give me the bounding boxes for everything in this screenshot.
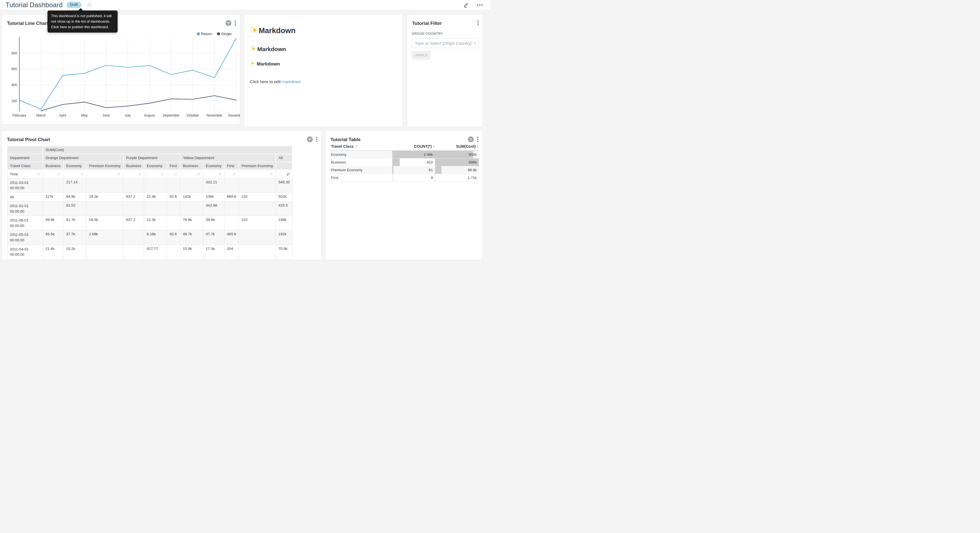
- table-row[interactable]: Premium Economy6199.8k: [329, 166, 479, 174]
- line-chart-panel: Tutorial Line Chart ReturnSingle 2004006…: [2, 14, 240, 124]
- legend-item-return[interactable]: Return: [197, 32, 212, 36]
- table-row[interactable]: First91.71k: [329, 174, 479, 182]
- pivot-value-cell: 217.14: [64, 178, 86, 193]
- origin-country-label: ORIGIN COUNTRY: [412, 32, 443, 36]
- markdown-heading-2: Markdown: [250, 45, 398, 53]
- sparkles-icon: [250, 26, 259, 36]
- cell-bar: [392, 158, 400, 166]
- origin-country-select[interactable]: Type or Select [Origin Country]: [412, 38, 479, 48]
- pivot-value-cell: 142k: [180, 193, 203, 202]
- pivot-row: 2011-02-01 00:00:0081.52343.98425.5: [7, 202, 292, 216]
- pivot-header-cell: Premium Economy: [86, 162, 123, 170]
- pivot-value-cell: [86, 202, 123, 216]
- pivot-value-cell: 49.7k: [180, 230, 203, 245]
- pivot-value-cell: 41.7k: [64, 216, 86, 230]
- table-panel-title: Tutorial Table: [331, 137, 361, 142]
- cell-bar: [392, 174, 393, 182]
- pivot-value-cell: 19.2k: [86, 193, 123, 202]
- sort-carets-icon: [433, 145, 435, 148]
- sort-icon[interactable]: [37, 172, 40, 176]
- sort-icon[interactable]: [174, 172, 178, 176]
- cross-filter-badge-icon[interactable]: [226, 20, 231, 26]
- legend-item-single[interactable]: Single: [217, 32, 232, 36]
- pivot-header-cell: First: [167, 162, 180, 170]
- sort-icon[interactable]: [232, 172, 236, 176]
- cross-filter-badge-icon[interactable]: [307, 136, 313, 142]
- sort-icon[interactable]: [218, 172, 222, 176]
- pivot-value-cell: 12.3k: [144, 216, 167, 230]
- table-row[interactable]: Economy2.46k602k: [329, 151, 479, 158]
- column-header-count[interactable]: COUNT(*): [392, 144, 435, 148]
- pivot-value-cell: 8.16k: [144, 230, 167, 245]
- sum-cost-cell: 696k: [435, 158, 479, 166]
- kebab-menu-icon[interactable]: [477, 20, 479, 26]
- travel-class-cell: Premium Economy: [329, 166, 392, 174]
- pivot-value-cell: [239, 202, 276, 216]
- legend-dot: [217, 32, 220, 35]
- markdown-panel[interactable]: Markdown Markdown Markdown Click here to…: [244, 14, 403, 127]
- pivot-header-cell: First: [224, 162, 239, 170]
- x-axis-tick-label: May: [81, 113, 88, 117]
- pivot-value-cell: 937.2: [123, 193, 144, 202]
- pivot-value-cell: 502k: [276, 193, 292, 202]
- pivot-time-cell: 2011-05-01 00:00:00: [7, 230, 43, 245]
- pivot-row: 2011-05-01 00:00:0045.5k37.7k2.69k8.16k9…: [7, 230, 292, 245]
- pivot-value-cell: [123, 178, 144, 193]
- travel-class-cell: First: [329, 174, 392, 182]
- pivot-value-cell: 21.4k: [144, 193, 167, 202]
- favorite-star-icon[interactable]: [86, 2, 92, 8]
- table-row[interactable]: Business420696k: [329, 158, 479, 166]
- draft-badge[interactable]: Draft: [67, 2, 81, 8]
- pivot-value-cell: 17.3k: [203, 245, 224, 259]
- sort-icon[interactable]: [117, 172, 121, 176]
- pivot-value-cell: 2.69k: [86, 230, 123, 245]
- pivot-value-cell: 343.98: [203, 202, 224, 216]
- apply-button[interactable]: APPLY: [412, 51, 431, 60]
- count-cell: 61: [392, 166, 435, 174]
- x-axis-tick-label: August: [144, 113, 155, 117]
- more-options-ellipsis-icon[interactable]: [477, 4, 483, 6]
- dashboard-header: Tutorial Dashboard Draft: [0, 0, 490, 10]
- sort-icon[interactable]: [138, 172, 142, 176]
- pivot-value-cell: 937.2: [123, 216, 144, 230]
- pivot-header-cell: Premium Economy: [239, 162, 276, 170]
- sort-icon[interactable]: [269, 172, 273, 176]
- pivot-header-cell: Economy: [64, 162, 86, 170]
- pivot-header-cell: [7, 146, 43, 154]
- x-axis-tick-label: November: [207, 113, 223, 117]
- pivot-header-cell: Purple Department: [123, 154, 180, 162]
- y-axis-tick-label: 200: [11, 99, 17, 103]
- pivot-header-cell: Business: [43, 162, 64, 170]
- pivot-value-cell: [239, 245, 276, 259]
- markdown-edit-link[interactable]: markdown: [282, 79, 301, 84]
- sort-icon[interactable]: [57, 172, 61, 176]
- filter-panel-title: Tutorial Filter: [412, 21, 442, 26]
- count-cell: 9: [392, 174, 435, 182]
- kebab-menu-icon[interactable]: [235, 21, 236, 26]
- pivot-value-cell: [144, 178, 167, 193]
- pivot-row: 2011-06-01 00:00:0049.9k41.7k16.5k937.21…: [7, 216, 292, 230]
- pivot-value-cell: 16.5k: [86, 216, 123, 230]
- single-series-line[interactable]: [41, 96, 236, 111]
- pivot-header-cell: Department: [7, 154, 43, 162]
- cell-bar: [392, 166, 393, 174]
- pivot-value-cell: [86, 178, 123, 193]
- pivot-time-cell: 2011-06-01 00:00:00: [7, 216, 43, 230]
- column-header-travel-class[interactable]: Travel Class: [329, 144, 392, 148]
- sum-cost-cell: 99.8k: [435, 166, 479, 174]
- sort-icon[interactable]: [197, 172, 200, 176]
- sort-descending-active-icon[interactable]: [286, 172, 290, 176]
- kebab-menu-icon[interactable]: [477, 137, 479, 142]
- pivot-value-cell: 92.6: [167, 230, 180, 245]
- pivot-row: 2011-03-01 00:00:00217.14332.21549.35: [7, 178, 292, 193]
- sort-icon[interactable]: [80, 172, 84, 176]
- sparkles-icon: [250, 45, 257, 53]
- pivot-value-cell: 204: [224, 245, 239, 259]
- count-cell: 2.46k: [392, 151, 435, 158]
- edit-pencil-icon[interactable]: [463, 2, 469, 8]
- sort-icon[interactable]: [161, 172, 164, 176]
- column-header-sum-cost[interactable]: SUM(Cost): [435, 144, 479, 148]
- kebab-menu-icon[interactable]: [316, 137, 317, 142]
- cross-filter-badge-icon[interactable]: [468, 136, 474, 142]
- pivot-value-cell: [123, 245, 144, 259]
